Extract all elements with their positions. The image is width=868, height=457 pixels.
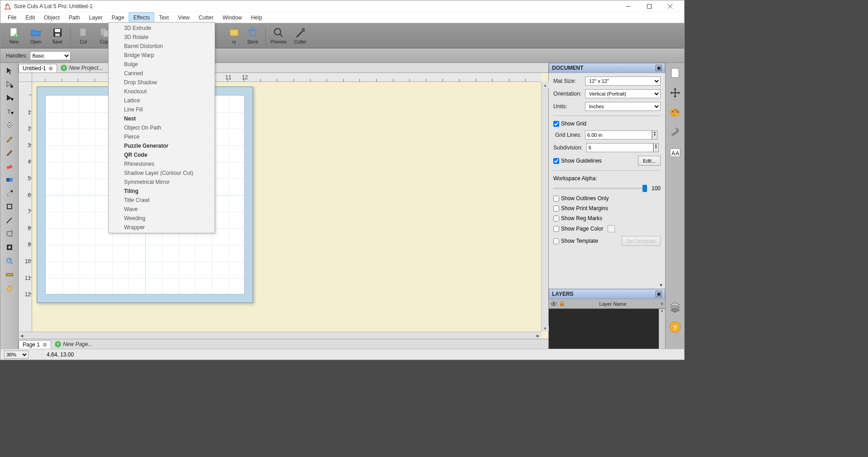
effects-menu-item[interactable]: Tiling [109, 187, 215, 196]
effects-menu-item[interactable]: Barrel Distortion [109, 42, 215, 51]
effects-menu-item[interactable]: Bridge Warp [109, 51, 215, 60]
show-outlines-checkbox[interactable] [553, 196, 559, 202]
gradient-tool[interactable] [3, 173, 16, 185]
document-props-icon[interactable] [668, 66, 682, 80]
wrench-icon[interactable] [668, 125, 682, 140]
hand-tool[interactable] [3, 282, 16, 294]
cutter-button[interactable]: Cutter [290, 25, 310, 47]
pen-tool[interactable] [3, 119, 16, 131]
new-page-button[interactable]: + New Page... [51, 339, 96, 349]
edit-guidelines-button[interactable]: Edit... [638, 156, 661, 166]
menu-cutter[interactable]: Cutter [194, 12, 218, 23]
menu-help[interactable]: Help [246, 12, 267, 23]
store-button[interactable]: Store [243, 25, 263, 47]
effects-menu-item[interactable]: Pierce [109, 132, 215, 141]
scroll-up-arrow[interactable]: ▲ [542, 82, 549, 88]
effects-menu-item[interactable]: Shadow Layer (Contour Cut) [109, 168, 215, 178]
effects-menu-item[interactable]: Symmetrical Mirror [109, 178, 215, 187]
effects-menu-item[interactable]: Bulge [109, 60, 215, 69]
layers-icon[interactable] [668, 300, 682, 314]
collapse-icon[interactable]: ▣ [656, 65, 662, 71]
effects-menu-item[interactable]: 3D Extrude [109, 24, 215, 33]
page-color-swatch[interactable] [608, 225, 615, 232]
menu-path[interactable]: Path [64, 12, 85, 23]
units-select[interactable]: Inches [585, 102, 661, 111]
edit-tool[interactable] [3, 78, 16, 90]
effects-menu-item[interactable]: Lattice [109, 96, 215, 105]
handles-select[interactable]: Basic [30, 51, 71, 60]
text-props-icon[interactable]: AA [668, 145, 682, 160]
eyedropper-tool[interactable] [3, 187, 16, 199]
set-template-button[interactable]: Set Template [622, 236, 661, 246]
ruler-tool[interactable] [3, 269, 16, 280]
effects-menu-item[interactable]: Wave [109, 205, 215, 214]
menu-layer[interactable]: Layer [84, 12, 107, 23]
close-button[interactable] [660, 0, 681, 12]
page-tab[interactable]: Page 1 ⊗ [19, 340, 51, 349]
spinner-down[interactable]: ▼ [654, 146, 658, 149]
effects-menu-item[interactable]: Canned [109, 69, 215, 78]
scroll-down-arrow[interactable]: ▼ [542, 325, 549, 332]
help-icon[interactable]: ? [668, 320, 682, 334]
effects-menu-item[interactable]: Rhinestones [109, 159, 215, 168]
vertical-scrollbar[interactable]: ▲ ▼ [541, 82, 548, 332]
layers-scrollbar[interactable]: ▲ [659, 309, 665, 349]
orientation-select[interactable]: Vertical (Portrait) [585, 89, 661, 98]
effects-menu-item[interactable]: Puzzle Generator [109, 141, 215, 150]
menu-object[interactable]: Object [39, 12, 64, 23]
chevron-down-icon[interactable]: ▼ [659, 283, 663, 288]
distort-tool[interactable] [3, 228, 16, 240]
menu-effects[interactable]: Effects [129, 12, 154, 23]
zoom-tool[interactable]: + [3, 255, 16, 267]
library-button[interactable]: ry [227, 25, 241, 47]
crop-tool[interactable] [3, 201, 16, 212]
show-page-color-checkbox[interactable] [553, 226, 559, 232]
pencil-tool[interactable] [3, 133, 16, 144]
spinner-down[interactable]: ▼ [652, 134, 657, 136]
effects-menu-item[interactable]: Wrapper [109, 223, 215, 232]
effects-menu-item[interactable]: QR Code [109, 150, 215, 159]
menu-file[interactable]: File [3, 12, 21, 23]
show-template-checkbox[interactable] [553, 238, 559, 244]
menu-edit[interactable]: Edit [21, 12, 39, 23]
new-project-button[interactable]: + New Project... [57, 63, 106, 72]
project-tab[interactable]: Untitled-1 ⊗ [19, 64, 57, 72]
eye-icon[interactable] [551, 301, 557, 307]
stencil-tool[interactable] [3, 241, 16, 253]
show-print-margins-checkbox[interactable] [553, 206, 559, 212]
mat-size-select[interactable]: 12" x 12" [585, 77, 661, 86]
close-tab-icon[interactable]: ⊗ [48, 65, 53, 72]
layers-panel-header[interactable]: LAYERS ▣ [549, 289, 665, 299]
horizontal-scrollbar[interactable]: ◀ ▶ [19, 332, 541, 339]
effects-menu-item[interactable]: Drop Shadow [109, 78, 215, 87]
scroll-right-arrow[interactable]: ▶ [535, 332, 541, 339]
effects-menu-item[interactable]: Line Fill [109, 105, 215, 114]
menu-window[interactable]: Window [218, 12, 246, 23]
palette-icon[interactable] [668, 106, 682, 120]
menu-view[interactable]: View [173, 12, 194, 23]
select-tool[interactable] [3, 65, 16, 77]
minimize-button[interactable] [618, 0, 639, 12]
menu-page[interactable]: Page [107, 12, 129, 23]
effects-menu-item[interactable]: Object On Path [109, 123, 215, 132]
open-button[interactable]: Open [26, 25, 46, 47]
save-button[interactable]: Save [48, 25, 67, 47]
move-icon[interactable] [668, 86, 682, 100]
effects-menu-item[interactable]: 3D Rotate [109, 33, 215, 42]
grid-lines-input[interactable] [585, 130, 652, 140]
close-page-icon[interactable]: ⊗ [43, 342, 47, 348]
effects-menu-item[interactable]: Nest [109, 114, 215, 123]
cut-button[interactable]: Cut [73, 25, 93, 47]
show-guidelines-checkbox[interactable] [553, 158, 559, 164]
text-tool[interactable]: T▾ [3, 106, 16, 117]
brush-tool[interactable] [3, 146, 16, 158]
layer-menu-icon[interactable]: ≡ [661, 301, 663, 306]
maximize-button[interactable] [639, 0, 660, 12]
subdivision-input[interactable] [586, 143, 653, 152]
new-button[interactable]: + New [4, 25, 24, 47]
effects-menu-item[interactable]: Weeding [109, 214, 215, 223]
shape-tool[interactable]: ▾ [3, 92, 16, 104]
canvas-viewport[interactable]: 1112 123456789101112 ▲ ▼ ◀ ▶ [19, 73, 548, 339]
zoom-select[interactable]: 38% [4, 351, 29, 359]
scroll-left-arrow[interactable]: ◀ [19, 332, 25, 339]
